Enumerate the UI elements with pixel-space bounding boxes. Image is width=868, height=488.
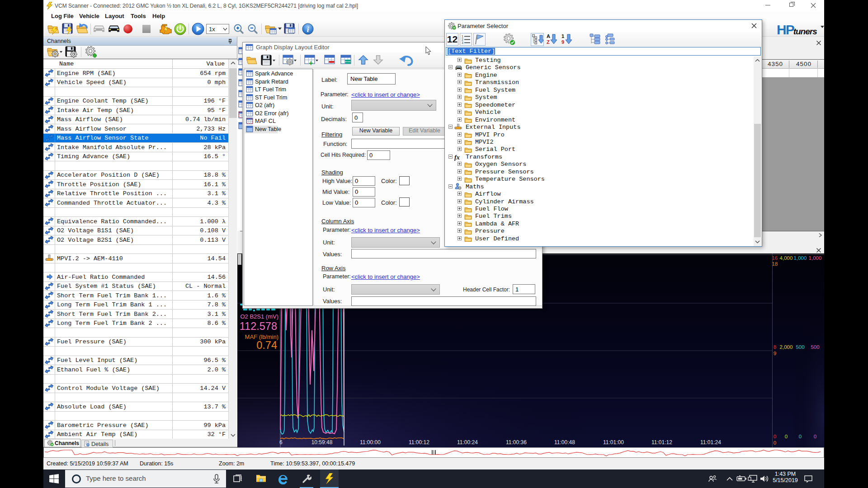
svg-text:Z: Z — [547, 39, 550, 45]
svg-text:1: 1 — [462, 35, 463, 38]
svg-text:A: A — [547, 33, 550, 39]
svg-text:2: 2 — [462, 38, 463, 41]
svg-text:1: 1 — [561, 33, 564, 39]
svg-text:3: 3 — [462, 41, 463, 44]
svg-text:9: 9 — [561, 39, 564, 45]
svg-text:i: i — [307, 25, 309, 34]
